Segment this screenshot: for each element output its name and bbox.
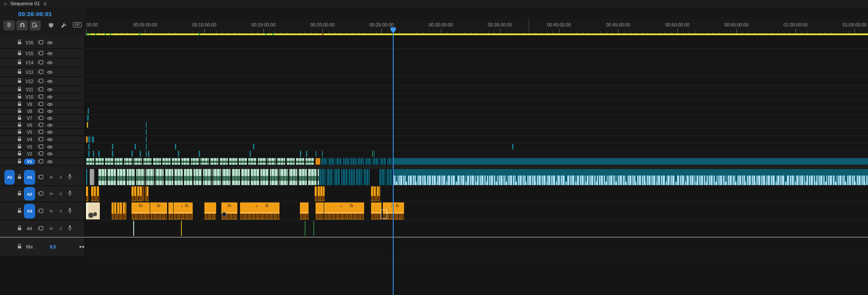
track-output-eye-toggle[interactable] [47,136,53,143]
track-name-v11[interactable]: V11 [26,87,33,92]
clip[interactable] [316,202,324,219]
track-badge-a2[interactable]: A2 [24,187,35,201]
voiceover-record-button[interactable] [68,190,72,198]
clip[interactable]: ♪fx [174,202,193,219]
clip[interactable] [146,129,147,135]
clip[interactable] [146,144,147,149]
track-output-eye-toggle[interactable] [47,77,53,85]
mute-button[interactable]: M [49,175,53,179]
lock-toggle[interactable] [17,59,22,66]
clip[interactable] [512,144,513,149]
clip[interactable] [313,221,314,236]
clip[interactable] [305,221,306,236]
clip[interactable] [98,151,100,157]
clip[interactable] [300,202,309,219]
clip[interactable] [88,108,89,114]
track-name-v14[interactable]: V14 [26,60,33,65]
add-marker-button[interactable] [49,22,53,30]
mute-button[interactable]: M [49,192,53,196]
track-output-eye-toggle[interactable] [47,128,53,136]
clip[interactable]: fx [150,202,167,219]
track-targeting-toggle[interactable] [38,207,43,215]
track-output-eye-toggle[interactable] [47,93,53,101]
playhead-line[interactable] [393,28,394,295]
track-output-eye-toggle[interactable] [47,50,53,57]
clip[interactable] [300,151,301,157]
clip[interactable] [393,169,868,185]
track-output-eye-toggle[interactable] [47,59,53,66]
clip[interactable] [86,136,88,143]
track-targeting-toggle[interactable] [38,128,43,136]
lock-toggle[interactable] [17,121,22,129]
clip[interactable] [371,202,376,219]
clip[interactable] [178,151,179,157]
clip[interactable] [91,186,99,201]
mute-button[interactable]: M [49,226,53,231]
track-targeting-toggle[interactable] [38,93,43,101]
track-targeting-toggle[interactable] [38,143,43,151]
clip[interactable] [316,151,316,157]
clip[interactable] [147,186,148,201]
clip[interactable] [132,151,133,157]
clip[interactable] [319,169,370,185]
track-targeting-toggle[interactable] [38,173,43,181]
track-targeting-toggle[interactable] [38,77,43,85]
timeline-scroll-strip[interactable] [86,8,868,19]
lock-toggle[interactable] [17,173,22,181]
clip[interactable] [316,158,320,165]
track-output-eye-toggle[interactable] [47,86,53,93]
clip[interactable] [322,151,323,157]
clip[interactable] [112,144,113,149]
lock-toggle[interactable] [17,86,22,93]
track-output-eye-toggle[interactable] [47,68,53,76]
lock-toggle[interactable] [17,225,22,232]
clip[interactable] [88,151,90,157]
clip[interactable] [175,144,176,149]
track-name-v15[interactable]: V15 [26,51,33,56]
track-name-v7[interactable]: V7 [27,116,32,120]
lock-toggle[interactable] [17,128,22,136]
track-badge-a1[interactable]: A1 [24,170,35,185]
track-name-a4[interactable]: A4 [27,226,32,231]
lock-toggle[interactable] [17,143,22,151]
clip[interactable] [250,151,251,157]
track-output-eye-toggle[interactable] [47,150,53,158]
lock-toggle[interactable] [17,207,22,215]
clip[interactable] [379,169,392,185]
clip[interactable] [204,202,216,219]
timeline-display-settings-button[interactable] [3,20,15,30]
clip[interactable] [112,202,126,219]
solo-button[interactable]: S [59,226,62,231]
track-targeting-toggle[interactable] [38,150,43,158]
track-output-eye-toggle[interactable] [47,39,53,46]
lock-toggle[interactable] [17,39,22,46]
lock-toggle[interactable] [17,77,22,85]
track-output-eye-toggle[interactable] [47,143,53,151]
track-name-v3[interactable]: V3 [27,144,32,149]
captions-button[interactable]: CC [73,22,82,27]
clip[interactable] [374,151,375,157]
timeline-wrench-button[interactable] [61,22,67,30]
lock-toggle[interactable] [17,243,22,251]
clip[interactable] [199,151,200,157]
lock-toggle[interactable] [17,150,22,158]
lock-toggle[interactable] [17,190,22,198]
keyframe-navigator-icon[interactable]: ▶◀ [80,245,84,249]
clip[interactable] [393,158,868,165]
playhead-timecode-display[interactable]: 00:26:00:01 [18,11,52,17]
clip[interactable] [132,186,142,201]
mute-button[interactable]: M [49,209,53,213]
clip[interactable] [87,115,89,121]
track-targeting-toggle[interactable] [38,68,43,76]
clip[interactable] [133,221,134,236]
clip[interactable] [253,144,254,149]
clip[interactable]: ♪fx [324,202,364,219]
clip[interactable] [88,136,90,143]
clip[interactable] [93,151,94,157]
track-targeting-toggle[interactable] [38,190,43,198]
track-output-eye-toggle[interactable] [47,158,53,166]
lock-toggle[interactable] [17,68,22,76]
clip[interactable] [90,169,94,185]
track-badge-a3[interactable]: A3 [24,204,35,219]
clip[interactable] [146,151,147,157]
